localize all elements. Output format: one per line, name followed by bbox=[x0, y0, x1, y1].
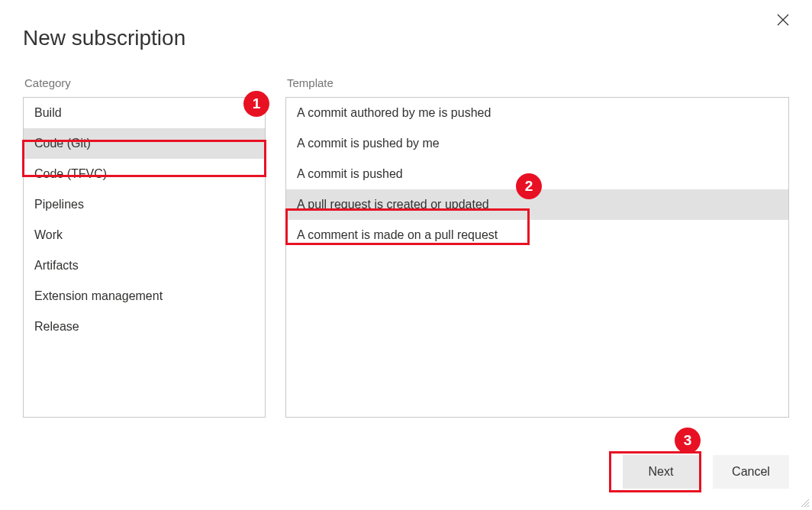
close-icon bbox=[777, 14, 789, 26]
category-item-artifacts[interactable]: Artifacts bbox=[24, 250, 265, 281]
next-button[interactable]: Next bbox=[623, 455, 699, 489]
template-item-commit-pushed-by-me[interactable]: A commit is pushed by me bbox=[286, 128, 788, 159]
category-item-pipelines[interactable]: Pipelines bbox=[24, 189, 265, 220]
template-listbox: A commit authored by me is pushed A comm… bbox=[285, 97, 789, 418]
template-item-commit-authored[interactable]: A commit authored by me is pushed bbox=[286, 98, 788, 128]
columns-container: Category Build Code (Git) Code (TFVC) Pi… bbox=[23, 76, 789, 418]
template-item-pr-comment[interactable]: A comment is made on a pull request bbox=[286, 220, 788, 250]
category-item-build[interactable]: Build bbox=[24, 98, 265, 128]
category-item-release[interactable]: Release bbox=[24, 311, 265, 342]
template-label: Template bbox=[285, 76, 789, 89]
category-item-work[interactable]: Work bbox=[24, 220, 265, 250]
category-item-extension-management[interactable]: Extension management bbox=[24, 281, 265, 311]
svg-line-2 bbox=[801, 499, 809, 507]
template-column: Template A commit authored by me is push… bbox=[285, 76, 789, 418]
category-item-code-tfvc[interactable]: Code (TFVC) bbox=[24, 159, 265, 189]
dialog-title: New subscription bbox=[23, 26, 185, 50]
resize-grip-icon bbox=[800, 498, 810, 508]
button-row: Next Cancel bbox=[623, 455, 789, 489]
annotation-badge-2: 2 bbox=[516, 173, 542, 199]
category-item-code-git[interactable]: Code (Git) bbox=[24, 128, 265, 159]
category-label: Category bbox=[23, 76, 266, 89]
category-column: Category Build Code (Git) Code (TFVC) Pi… bbox=[23, 76, 266, 418]
annotation-badge-3: 3 bbox=[675, 428, 701, 454]
category-listbox: Build Code (Git) Code (TFVC) Pipelines W… bbox=[23, 97, 266, 418]
annotation-badge-1: 1 bbox=[243, 91, 269, 117]
cancel-button[interactable]: Cancel bbox=[713, 455, 789, 489]
svg-line-4 bbox=[807, 505, 809, 507]
close-button[interactable] bbox=[774, 11, 792, 29]
svg-line-3 bbox=[804, 502, 809, 507]
